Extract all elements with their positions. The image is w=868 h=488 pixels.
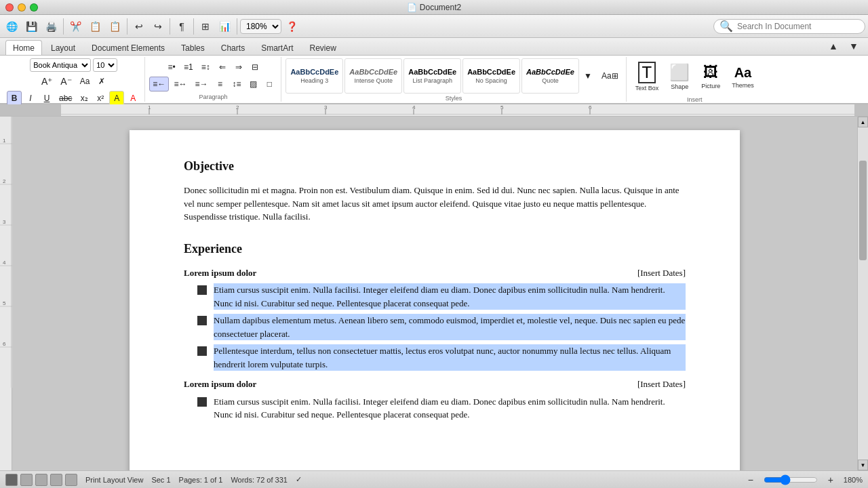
styles-more-btn[interactable]: ▼ — [580, 58, 595, 94]
tab-document-elements[interactable]: Document Elements — [84, 40, 172, 55]
view-btn-outline[interactable] — [20, 474, 33, 486]
numbering-btn[interactable]: ≡1 — [180, 60, 197, 75]
multilevel-btn[interactable]: ≡↕ — [198, 60, 214, 75]
picture-insert-btn[interactable]: 🖼 Picture — [696, 60, 726, 93]
tab-charts[interactable]: Charts — [214, 40, 252, 55]
align-right-btn[interactable]: ≡→ — [191, 77, 211, 92]
clear-format-btn[interactable]: ✗ — [94, 74, 109, 89]
search-input[interactable] — [737, 22, 859, 31]
style-intense-quote[interactable]: AaBbCcDdEe Intense Quote — [344, 58, 402, 94]
strikethrough-btn[interactable]: abc — [56, 91, 75, 106]
ribbon-group-paragraph: ≡• ≡1 ≡↕ ⇐ ⇒ ⊟ ≡← ≡↔ ≡→ ≡ ↕≡ ▨ □ Paragra… — [145, 57, 281, 102]
bullets-btn[interactable]: ≡• — [164, 60, 179, 75]
home-toolbar-btn[interactable]: 🌐 — [3, 18, 21, 35]
bullet-text-2[interactable]: Nullam dapibus elementum metus. Aenean l… — [214, 314, 686, 340]
textbox-insert-btn[interactable]: T Text Box — [631, 58, 664, 95]
style-heading3[interactable]: AaBbCcDdEe Heading 3 — [285, 58, 343, 94]
shape-insert-btn[interactable]: ⬜ Shape — [665, 60, 694, 94]
bullet-text-3[interactable]: Pellentesque interdum, tellus non consec… — [214, 344, 686, 371]
zoom-out-btn[interactable]: − — [742, 471, 760, 489]
borders-btn[interactable]: □ — [262, 77, 277, 92]
themes-icon: Aa — [734, 65, 752, 81]
separator4 — [193, 18, 194, 35]
highlight-btn[interactable]: A — [109, 91, 124, 106]
view-btn-print[interactable] — [5, 474, 18, 486]
svg-text:4: 4 — [3, 260, 6, 266]
font-case-btn[interactable]: Aa — [77, 74, 94, 89]
svg-text:6: 6 — [3, 341, 6, 347]
styles-list: AaBbCcDdEe Heading 3 AaBbCcDdEe Intense … — [285, 58, 579, 94]
undo-btn[interactable]: ↩ — [130, 18, 148, 35]
redo-btn[interactable]: ↪ — [149, 18, 167, 35]
scroll-down-btn[interactable]: ▼ — [858, 460, 868, 470]
bullet-text-4[interactable]: Etiam cursus suscipit enim. Nulla facili… — [214, 395, 686, 422]
textbox-icon: T — [638, 62, 656, 83]
bullet-list-1: Etiam cursus suscipit enim. Nulla facili… — [197, 283, 686, 371]
font-size-select[interactable]: 101214 — [93, 58, 117, 72]
copy-btn[interactable]: 📋 — [86, 18, 104, 35]
view-btn-web[interactable] — [35, 474, 47, 486]
superscript-btn[interactable]: x² — [93, 91, 108, 106]
subscript-btn[interactable]: x₂ — [77, 91, 92, 106]
style-list-paragraph[interactable]: AaBbCcDdEe List Paragraph — [403, 58, 461, 94]
zoom-in-btn[interactable]: + — [822, 471, 840, 489]
bold-btn[interactable]: B — [7, 91, 22, 106]
underline-btn[interactable]: U — [39, 91, 54, 106]
view-btn-focus[interactable] — [50, 474, 62, 486]
maximize-button[interactable] — [30, 3, 38, 12]
format-btn[interactable]: ¶ — [173, 18, 191, 35]
pages-info: Pages: 1 of 1 — [179, 476, 223, 484]
tab-home[interactable]: Home — [5, 40, 42, 55]
styles-panel-btn[interactable]: Aa⊞ — [598, 58, 622, 94]
columns-btn[interactable]: ⊟ — [248, 60, 262, 75]
bullet-item-2: Nullam dapibus elementum metus. Aenean l… — [197, 314, 686, 340]
close-button[interactable] — [5, 3, 14, 12]
minimize-button[interactable] — [18, 3, 26, 12]
themes-insert-btn[interactable]: Aa Themes — [727, 62, 759, 92]
svg-text:3: 3 — [324, 104, 328, 110]
tab-review[interactable]: Review — [302, 40, 343, 55]
doc-icon: 📄 — [407, 3, 417, 12]
font-family-select[interactable]: Book Antiqua (B... — [30, 58, 91, 72]
tab-tables[interactable]: Tables — [174, 40, 212, 55]
document-viewport[interactable]: Objective Donec sollicitudin mi et magna… — [12, 117, 857, 470]
tab-smartart[interactable]: SmartArt — [254, 40, 300, 55]
scroll-thumb[interactable] — [859, 161, 867, 260]
justify-btn[interactable]: ≡ — [212, 77, 227, 92]
decrease-indent-btn[interactable]: ⇐ — [215, 60, 230, 75]
section-info: Sec 1 — [151, 476, 170, 484]
shading-btn[interactable]: ▨ — [245, 77, 260, 92]
style-quote[interactable]: AaBbCcDdEe Quote — [521, 58, 579, 94]
bullet-text-1[interactable]: Etiam cursus suscipit enim. Nulla facili… — [214, 283, 686, 310]
scrollbar[interactable]: ▲ ▼ — [857, 117, 868, 470]
ribbon-expand-btn[interactable]: ▼ — [845, 37, 863, 55]
zoom-select[interactable]: 180% 150% 100% 75% — [240, 19, 281, 34]
view-btn-notebook[interactable] — [65, 474, 77, 486]
align-center-btn[interactable]: ≡↔ — [170, 77, 190, 92]
align-left-btn[interactable]: ≡← — [149, 77, 169, 92]
help-btn[interactable]: ❓ — [283, 18, 301, 35]
save-btn[interactable]: 💾 — [22, 18, 41, 35]
separator5 — [237, 18, 237, 35]
ribbon-collapse-btn[interactable]: ▲ — [825, 37, 842, 55]
shape-icon: ⬜ — [669, 63, 690, 82]
italic-btn[interactable]: I — [23, 91, 38, 106]
font-color-btn[interactable]: A — [125, 91, 140, 106]
line-spacing-btn[interactable]: ↕≡ — [229, 77, 244, 92]
search-icon: 🔍 — [719, 20, 733, 33]
scroll-track[interactable] — [858, 127, 868, 460]
paste-btn[interactable]: 📋 — [106, 18, 124, 35]
font-smaller-btn[interactable]: A⁻ — [57, 74, 75, 89]
cut-btn[interactable]: ✂️ — [66, 18, 85, 35]
style-no-spacing[interactable]: AaBbCcDdEe No Spacing — [462, 58, 520, 94]
table-btn[interactable]: ⊞ — [197, 18, 214, 35]
print-btn[interactable]: 🖨️ — [42, 18, 60, 35]
svg-text:1: 1 — [148, 104, 151, 110]
picture-icon: 🖼 — [703, 64, 718, 81]
chart-btn[interactable]: 📊 — [216, 18, 234, 35]
tab-layout[interactable]: Layout — [43, 40, 83, 55]
scroll-up-btn[interactable]: ▲ — [858, 117, 868, 127]
font-larger-btn[interactable]: A⁺ — [38, 74, 56, 89]
zoom-slider[interactable] — [764, 474, 818, 485]
increase-indent-btn[interactable]: ⇒ — [231, 60, 246, 75]
